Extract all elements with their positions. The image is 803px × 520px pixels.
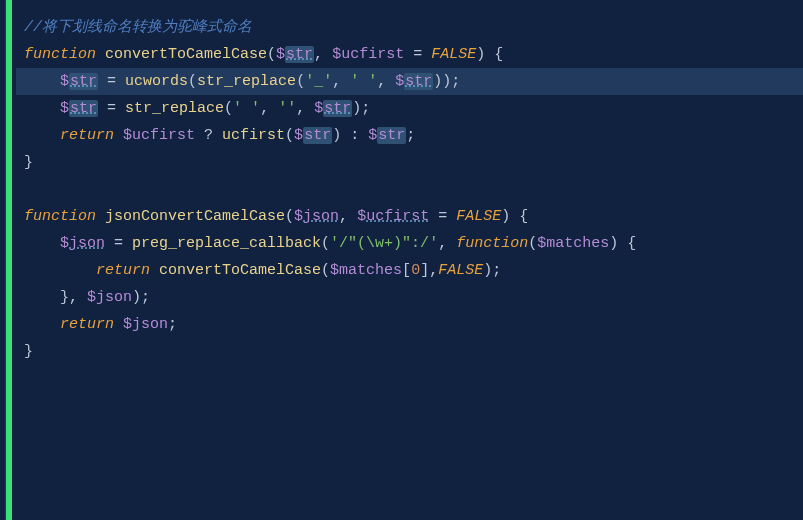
code-line[interactable]: return convertToCamelCase($matches[0],FA… xyxy=(16,257,803,284)
code-area[interactable]: //将下划线命名转换为驼峰式命名function convertToCamelC… xyxy=(16,0,803,520)
code-line[interactable]: } xyxy=(16,338,803,365)
token-var: $ucfirst xyxy=(123,127,195,144)
token-punc: , xyxy=(377,73,395,90)
token-var-hl: str xyxy=(69,100,98,117)
token-punc: = xyxy=(429,208,456,225)
token-var: $ xyxy=(60,73,69,90)
token-punc: ; xyxy=(406,127,415,144)
token-var: $ xyxy=(314,100,323,117)
code-line[interactable]: } xyxy=(16,149,803,176)
code-line[interactable]: $str = str_replace(' ', '', $str); xyxy=(16,95,803,122)
token-var: $json xyxy=(123,316,168,333)
token-punc: ( xyxy=(296,73,305,90)
token-var-hl: str xyxy=(323,100,352,117)
token-fname: str_replace xyxy=(197,73,296,90)
token-punc xyxy=(96,46,105,63)
token-punc: , xyxy=(296,100,314,117)
token-punc: , xyxy=(314,46,332,63)
token-punc: ; xyxy=(168,316,177,333)
token-str: '_' xyxy=(305,73,332,90)
token-punc: ], xyxy=(420,262,438,279)
token-brace: } xyxy=(24,343,33,360)
token-punc: ) : xyxy=(332,127,368,144)
token-var: $ xyxy=(294,208,303,225)
token-punc: ); xyxy=(352,100,370,117)
token-var: $matches xyxy=(537,235,609,252)
token-var: $ xyxy=(276,46,285,63)
token-punc: ( xyxy=(321,262,330,279)
token-var: $ xyxy=(294,127,303,144)
token-var: $ucfirst xyxy=(332,46,404,63)
token-punc: }, xyxy=(24,289,87,306)
code-line[interactable]: //将下划线命名转换为驼峰式命名 xyxy=(16,14,803,41)
token-punc: ( xyxy=(285,127,294,144)
token-fname: jsonConvertCamelCase xyxy=(105,208,285,225)
token-punc: , xyxy=(332,73,350,90)
token-fname: convertToCamelCase xyxy=(159,262,321,279)
token-punc: ( xyxy=(528,235,537,252)
token-var: $ xyxy=(395,73,404,90)
token-fname: preg_replace_callback xyxy=(132,235,321,252)
code-line[interactable]: return $ucfirst ? ucfirst($str) : $str; xyxy=(16,122,803,149)
token-var: $ xyxy=(60,100,69,117)
token-var: $ xyxy=(60,235,69,252)
token-punc: = xyxy=(98,100,125,117)
code-line[interactable] xyxy=(16,365,803,392)
token-fname: convertToCamelCase xyxy=(105,46,267,63)
token-kw-ret: return xyxy=(96,262,150,279)
token-punc xyxy=(24,100,60,117)
token-comment: //将下划线命名转换为驼峰式命名 xyxy=(24,19,252,36)
vcs-change-bar xyxy=(6,0,12,520)
token-brace: } xyxy=(24,154,33,171)
token-kw-func: function xyxy=(24,46,96,63)
token-num: 0 xyxy=(411,262,420,279)
token-punc: ); xyxy=(483,262,501,279)
token-punc xyxy=(24,262,96,279)
token-kw-ret: return xyxy=(60,127,114,144)
token-fname: ucfirst xyxy=(222,127,285,144)
token-punc xyxy=(150,262,159,279)
code-line[interactable]: $json = preg_replace_callback('/"(\w+)":… xyxy=(16,230,803,257)
token-punc: ) { xyxy=(501,208,528,225)
token-var-hl: str xyxy=(285,46,314,63)
token-punc: ? xyxy=(195,127,222,144)
code-line[interactable]: return $json; xyxy=(16,311,803,338)
token-punc: ) { xyxy=(609,235,636,252)
token-var: $ xyxy=(368,127,377,144)
token-punc xyxy=(114,127,123,144)
token-var-hl: str xyxy=(377,127,406,144)
token-punc xyxy=(96,208,105,225)
code-line[interactable] xyxy=(16,392,803,419)
token-punc xyxy=(24,316,60,333)
code-line[interactable]: function convertToCamelCase($str, $ucfir… xyxy=(16,41,803,68)
token-kw-ret: return xyxy=(60,316,114,333)
token-punc: ) { xyxy=(476,46,503,63)
code-line[interactable]: function jsonConvertCamelCase($json, $uc… xyxy=(16,203,803,230)
token-str: '' xyxy=(278,100,296,117)
token-str: ' ' xyxy=(233,100,260,117)
code-line[interactable] xyxy=(16,176,803,203)
token-punc: ( xyxy=(321,235,330,252)
code-editor[interactable]: //将下划线命名转换为驼峰式命名function convertToCamelC… xyxy=(0,0,803,520)
token-punc xyxy=(24,235,60,252)
token-var-hl: str xyxy=(303,127,332,144)
code-line[interactable]: }, $json); xyxy=(16,284,803,311)
token-var-hl: str xyxy=(69,73,98,90)
token-punc: )); xyxy=(433,73,460,90)
token-punc: , xyxy=(339,208,357,225)
token-punc: ); xyxy=(132,289,150,306)
token-kw-const: FALSE xyxy=(456,208,501,225)
token-var-hl: str xyxy=(404,73,433,90)
token-punc: = xyxy=(98,73,125,90)
token-kw-const: FALSE xyxy=(431,46,476,63)
code-line[interactable]: $str = ucwords(str_replace('_', ' ', $st… xyxy=(16,68,803,95)
token-punc: ( xyxy=(285,208,294,225)
token-var: $ xyxy=(357,208,366,225)
token-punc: = xyxy=(105,235,132,252)
token-punc: = xyxy=(404,46,431,63)
token-punc: , xyxy=(260,100,278,117)
token-str: '/"(\w+)":/' xyxy=(330,235,438,252)
token-var: json xyxy=(303,208,339,225)
token-punc xyxy=(24,73,60,90)
token-punc: , xyxy=(438,235,456,252)
